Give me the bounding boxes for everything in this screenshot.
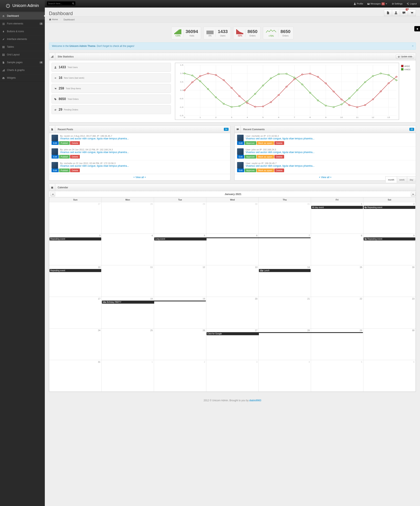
cal-cell[interactable]: 26 [154,328,206,360]
cal-cell[interactable]: 28 [102,202,154,234]
cal-event[interactable]: All day event [311,206,363,209]
cal-cell[interactable]: 11 [102,265,154,297]
sidebar-item-dashboard[interactable]: Dashboard [0,12,45,20]
cal-cell[interactable]: 94pRepeating event [363,234,416,265]
sidebar-item-buttons-icons[interactable]: Buttons & icons [0,28,45,35]
cal-cell[interactable]: 2 [154,360,206,392]
cal-event[interactable] [154,300,206,301]
cal-cell[interactable]: 10Repeating event [49,265,102,297]
publish-button[interactable]: Publish [59,155,70,159]
approve-button[interactable]: Approve [245,168,256,172]
cal-cell[interactable]: 15 [311,265,363,297]
view-day[interactable]: day [407,176,416,183]
update-title[interactable]: Vivamus sed auctor nibh congue, ligula v… [246,137,315,140]
cal-cell[interactable]: 24pRepeating event [363,202,416,234]
cal-cell[interactable]: 24 [49,328,102,360]
cal-cell[interactable]: 23 [363,297,416,328]
sidebar-item-widgets[interactable]: Widgets [0,74,45,81]
delete-button[interactable]: Delete [274,141,284,145]
delete-button[interactable]: Delete [274,155,284,159]
update-title[interactable]: Vivamus sed auctor nibh congue, ligula v… [60,137,129,140]
cal-cell[interactable]: 3 [206,360,259,392]
view-week[interactable]: week [397,176,407,183]
cal-cell[interactable]: 8 [311,234,363,265]
edit-button[interactable]: Edit [52,168,59,172]
cal-cell[interactable]: 6 [363,360,416,392]
approve-button[interactable]: Approve [245,141,256,145]
sidebar-item-sample-pages[interactable]: Sample pages4 [0,59,45,66]
breadcrumb-home[interactable]: Home [49,18,58,21]
edit-button[interactable]: Edit [52,141,59,145]
delete-button[interactable]: Delete [70,168,80,172]
sidebar-item-charts-graphs[interactable]: Charts & graphs [0,67,45,74]
cal-cell[interactable]: 22 [311,297,363,328]
cal-cell[interactable]: 30 [363,328,416,360]
cal-cell[interactable]: 29 [311,328,363,360]
delete-button[interactable]: Delete [274,168,284,172]
cal-event[interactable] [206,237,259,238]
edit-button[interactable]: Edit [52,155,59,159]
nav-logout[interactable]: Logout [405,0,419,7]
edit-button[interactable]: Edit [237,155,244,159]
cal-event[interactable] [258,237,311,238]
cal-prev[interactable]: ◄ [50,192,55,196]
search-button[interactable] [72,2,75,5]
cal-cell[interactable]: 1 [102,360,154,392]
approve-button[interactable]: Approve [245,155,256,159]
cal-cell[interactable]: 5 [311,360,363,392]
spam-button[interactable]: Mark as spam [257,141,274,145]
cal-cell[interactable]: 30 [206,202,259,234]
cal-cell[interactable]: 17 [49,297,102,328]
cal-cell[interactable]: 25 [102,328,154,360]
cal-cell[interactable]: 4 [259,360,311,392]
publish-button[interactable]: Publish [59,168,70,172]
cal-event[interactable]: 12pLunch [259,269,311,272]
cal-cell[interactable]: 3Repeating event [49,234,102,265]
cal-cell[interactable]: 13 [206,265,259,297]
search-input[interactable] [47,1,75,6]
cal-cell[interactable]: 21 [259,297,311,328]
alert-close[interactable]: × [412,44,414,48]
cal-cell[interactable]: 1All day event [311,202,363,234]
cal-event[interactable]: 4pRepeating event [364,237,415,240]
style-switcher-toggle[interactable]: ◄ [414,26,420,31]
cal-event[interactable]: Repeating event [50,269,101,272]
cal-cell[interactable]: 27 [49,202,102,234]
update-stats-button[interactable]: Update stats [396,55,414,59]
view-all-link[interactable]: + View all + [49,174,230,180]
delete-button[interactable]: Delete [70,155,80,159]
action-manage-comments[interactable]: 6 [400,10,408,16]
cal-cell[interactable]: 1812aBirthday PARTY [102,297,154,328]
cal-next[interactable]: ► [411,192,416,196]
edit-button[interactable]: Edit [237,168,244,172]
cal-cell[interactable]: 4 [102,234,154,265]
publish-button[interactable]: Publish [59,141,70,145]
chart[interactable]: -1.5-1.0-0.50.00.51.01.50123456789101112… [175,63,399,120]
cal-cell[interactable]: 19 [154,297,206,328]
cal-cell[interactable]: 1412pLunch [259,265,311,297]
cal-cell[interactable]: 7 [259,234,311,265]
nav-profile[interactable]: Profile [352,0,365,7]
brand[interactable]: Unicorn Admin [0,0,45,12]
edit-button[interactable]: Edit [237,141,244,145]
cal-cell[interactable]: 12 [154,265,206,297]
sidebar-item-grid-layout[interactable]: Grid Layout [0,51,45,58]
action-manage-orders[interactable] [408,10,416,16]
cal-event[interactable]: Click for Google [207,332,259,335]
cal-cell[interactable]: 28 [259,328,311,360]
cal-event[interactable] [311,332,363,333]
cal-cell[interactable]: 5Long event [154,234,206,265]
update-title[interactable]: Vivamus sed auctor nibh congue, ligula v… [60,165,129,167]
breadcrumb-current[interactable]: Dashboard [64,18,75,21]
view-month[interactable]: month [385,176,397,183]
footer-link[interactable]: diablo9983 [249,399,261,402]
spam-button[interactable]: Mark as spam [257,168,274,172]
update-title[interactable]: Vivamus sed auctor nibh congue, ligula v… [60,151,129,154]
sidebar-item-tables[interactable]: Tables [0,43,45,51]
cal-event[interactable]: 12aBirthday PARTY [102,300,154,304]
cal-cell[interactable]: 20 [206,297,259,328]
spam-button[interactable]: Mark as spam [257,155,274,159]
cal-event[interactable] [258,332,311,333]
cal-event[interactable]: Long event [154,237,207,240]
cal-event[interactable]: 4pRepeating event [364,206,415,209]
